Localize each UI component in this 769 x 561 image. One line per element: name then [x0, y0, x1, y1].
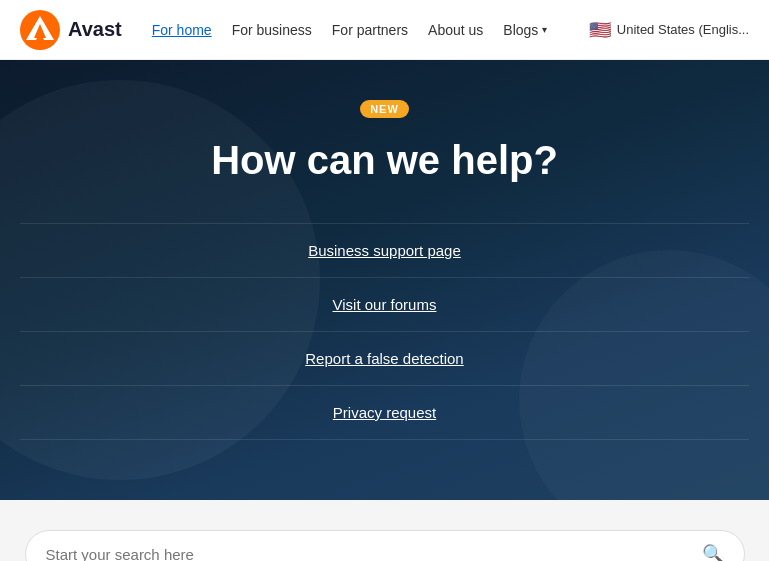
nav-about-us[interactable]: About us [428, 22, 483, 38]
navbar: Avast For home For business For partners… [0, 0, 769, 60]
logo[interactable]: Avast [20, 10, 122, 50]
hero-heading: How can we help? [211, 138, 558, 183]
search-bar: 🔍 [25, 530, 745, 561]
nav-for-home[interactable]: For home [152, 22, 212, 38]
logo-text: Avast [68, 18, 122, 41]
flag-icon: 🇺🇸 [589, 19, 611, 41]
locale-label: United States (Englis... [617, 22, 749, 37]
chevron-down-icon: ▾ [542, 24, 547, 35]
search-section: 🔍 [0, 500, 769, 561]
hero-link-forums[interactable]: Visit our forums [20, 277, 749, 331]
nav-links: For home For business For partners About… [152, 22, 589, 38]
search-input[interactable] [46, 546, 702, 562]
avast-logo-icon [20, 10, 60, 50]
nav-for-partners[interactable]: For partners [332, 22, 408, 38]
hero-link-privacy[interactable]: Privacy request [20, 385, 749, 440]
nav-for-business[interactable]: For business [232, 22, 312, 38]
new-badge: NEW [360, 100, 409, 118]
search-button[interactable]: 🔍 [702, 543, 724, 561]
search-icon: 🔍 [702, 544, 724, 561]
nav-blogs[interactable]: Blogs ▾ [503, 22, 547, 38]
hero-link-business-support[interactable]: Business support page [20, 223, 749, 277]
hero-link-false-detection[interactable]: Report a false detection [20, 331, 749, 385]
hero-section: NEW How can we help? Business support pa… [0, 60, 769, 500]
hero-links: Business support page Visit our forums R… [20, 223, 749, 440]
locale-selector[interactable]: 🇺🇸 United States (Englis... [589, 19, 749, 41]
